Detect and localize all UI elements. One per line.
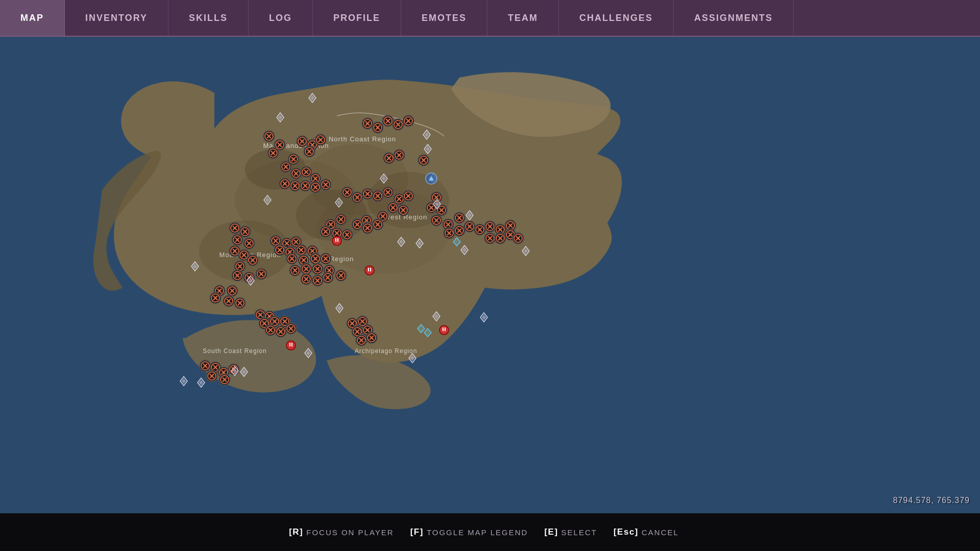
nav-inventory[interactable]: INVENTORY: [65, 0, 168, 36]
nav-map[interactable]: MAP: [0, 0, 65, 36]
map-container[interactable]: North Coast Region Marshlands Region For…: [0, 37, 980, 513]
svg-text:North Coast Region: North Coast Region: [329, 135, 396, 143]
hotkey-focus: [R] FOCUS ON PLAYER: [289, 527, 406, 537]
map-coordinates: 8794.578, 765.379: [893, 496, 970, 505]
svg-text:Archipelago Region: Archipelago Region: [355, 347, 418, 355]
hotkey-esc-label: CANCEL: [642, 528, 679, 537]
hotkey-r-label: FOCUS ON PLAYER: [306, 528, 394, 537]
nav-assignments[interactable]: ASSIGNMENTS: [674, 0, 794, 36]
nav-team[interactable]: TEAM: [487, 0, 559, 36]
nav-profile[interactable]: PROFILE: [313, 0, 401, 36]
hotkey-r-key: [R]: [289, 527, 303, 537]
hotkey-legend: [F] TOGGLE MAP LEGEND: [410, 527, 541, 537]
nav-emotes[interactable]: EMOTES: [401, 0, 487, 36]
hotkey-cancel: [Esc] CANCEL: [614, 527, 691, 537]
bottom-bar: [R] FOCUS ON PLAYER [F] TOGGLE MAP LEGEN…: [0, 513, 980, 551]
hotkey-e-key: [E]: [544, 527, 558, 537]
hotkey-f-key: [F]: [410, 527, 424, 537]
hotkey-select: [E] SELECT: [544, 527, 609, 537]
navbar: MAP INVENTORY SKILLS LOG PROFILE EMOTES …: [0, 0, 980, 37]
hotkey-e-label: SELECT: [561, 528, 597, 537]
nav-log[interactable]: LOG: [249, 0, 313, 36]
svg-text:South Coast Region: South Coast Region: [203, 347, 266, 355]
nav-skills[interactable]: SKILLS: [168, 0, 249, 36]
hotkey-f-label: TOGGLE MAP LEGEND: [427, 528, 528, 537]
nav-challenges[interactable]: CHALLENGES: [559, 0, 674, 36]
hotkey-esc-key: [Esc]: [614, 527, 639, 537]
